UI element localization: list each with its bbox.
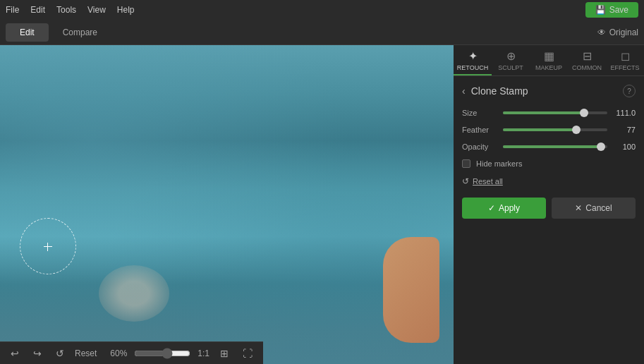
reset-label: Reset all xyxy=(473,177,503,186)
save-button[interactable]: 💾 Save xyxy=(585,2,638,18)
size-label: Size xyxy=(462,109,497,117)
makeup-icon: ▦ xyxy=(544,49,554,63)
feather-fill xyxy=(503,128,576,131)
common-icon: ⊟ xyxy=(583,49,592,63)
retouch-label: RETOUCH xyxy=(457,64,488,71)
cancel-button[interactable]: ✕ Cancel xyxy=(552,198,636,219)
clone-crosshair xyxy=(44,243,52,251)
x-icon: ✕ xyxy=(575,203,582,213)
action-buttons: ✓ Apply ✕ Cancel xyxy=(462,198,636,219)
save-label: Save xyxy=(609,5,628,15)
retouch-icon: ✦ xyxy=(468,49,478,63)
feather-slider-row: Feather 77 xyxy=(462,126,636,134)
opacity-label: Opacity xyxy=(462,142,497,151)
zoom-level: 60% xyxy=(110,348,127,358)
makeup-label: MAKEUP xyxy=(535,64,562,71)
menu-edit[interactable]: Edit xyxy=(30,5,45,15)
common-label: COMMON xyxy=(572,64,602,71)
menu-bar: File Edit Tools View Help 💾 Save xyxy=(0,0,644,20)
original-label: Original xyxy=(609,28,638,37)
redo-button[interactable]: ↪ xyxy=(30,346,45,360)
sculpt-icon: ⊕ xyxy=(506,49,516,63)
panel-title: Clone Stamp xyxy=(471,85,528,97)
reset-canvas-label: Reset xyxy=(75,348,97,358)
canvas-area[interactable]: ↩ ↪ ↺ Reset 60% 1:1 ⊞ ⛶ xyxy=(0,45,454,364)
tab-makeup[interactable]: ▦ MAKEUP xyxy=(530,45,568,75)
person-shape xyxy=(99,265,169,322)
panel-header: ‹ Clone Stamp ? xyxy=(462,85,636,97)
hide-markers-label: Hide markers xyxy=(476,159,522,168)
checkmark-icon: ✓ xyxy=(488,203,495,213)
save-icon: 💾 xyxy=(595,5,606,15)
arm-shape xyxy=(383,237,439,343)
apply-button[interactable]: ✓ Apply xyxy=(462,198,546,219)
opacity-track[interactable] xyxy=(503,145,607,148)
top-toolbar: Edit Compare 👁 Original xyxy=(0,20,644,45)
opacity-thumb[interactable] xyxy=(597,142,605,151)
reset-row[interactable]: ↺ Reset all xyxy=(462,176,636,186)
menu-help[interactable]: Help xyxy=(117,5,135,15)
tab-common[interactable]: ⊟ COMMON xyxy=(568,45,606,75)
effects-icon: ◻ xyxy=(621,49,630,63)
effects-label: EFFECTS xyxy=(610,64,639,71)
menu-file[interactable]: File xyxy=(6,5,19,15)
eye-icon: 👁 xyxy=(597,28,606,37)
panel-tab-bar: ✦ RETOUCH ⊕ SCULPT ▦ MAKEUP ⊟ COMMON ◻ E… xyxy=(454,45,644,76)
size-slider-row: Size 111.0 xyxy=(462,109,636,117)
tab-retouch[interactable]: ✦ RETOUCH xyxy=(454,45,492,75)
tab-compare[interactable]: Compare xyxy=(49,23,111,42)
tab-effects[interactable]: ◻ EFFECTS xyxy=(606,45,644,75)
back-button[interactable]: ‹ xyxy=(462,85,466,97)
ratio-display: 1:1 xyxy=(198,348,209,358)
opacity-fill xyxy=(503,145,601,148)
panel-content: ‹ Clone Stamp ? Size 111.0 Feather xyxy=(454,76,644,364)
main-layout: ↩ ↪ ↺ Reset 60% 1:1 ⊞ ⛶ ✦ RETOUCH ⊕ SCUL… xyxy=(0,45,644,364)
tab-edit[interactable]: Edit xyxy=(6,23,49,42)
undo-button[interactable]: ↩ xyxy=(7,346,23,360)
menu-tools[interactable]: Tools xyxy=(56,5,76,15)
reset-canvas-button[interactable]: ↺ xyxy=(52,346,68,360)
feather-value: 77 xyxy=(613,126,636,134)
fit-button[interactable]: ⊞ xyxy=(217,346,232,360)
opacity-slider-row: Opacity 100 xyxy=(462,142,636,151)
menu-view[interactable]: View xyxy=(87,5,106,15)
feather-label: Feather xyxy=(462,126,497,134)
right-panel: ✦ RETOUCH ⊕ SCULPT ▦ MAKEUP ⊟ COMMON ◻ E… xyxy=(454,45,644,364)
help-button[interactable]: ? xyxy=(623,85,636,97)
bottom-bar: ↩ ↪ ↺ Reset 60% 1:1 ⊞ ⛶ xyxy=(0,341,263,364)
zoom-slider[interactable] xyxy=(134,348,190,359)
opacity-value: 100 xyxy=(613,142,636,151)
size-fill xyxy=(503,111,584,114)
hide-markers-checkbox[interactable] xyxy=(462,159,470,168)
sculpt-label: SCULPT xyxy=(498,64,523,71)
original-toggle[interactable]: 👁 Original xyxy=(597,28,638,37)
tab-sculpt[interactable]: ⊕ SCULPT xyxy=(492,45,530,75)
feather-thumb[interactable] xyxy=(572,126,581,134)
fullscreen-button[interactable]: ⛶ xyxy=(239,346,256,360)
size-track[interactable] xyxy=(503,111,607,114)
cancel-label: Cancel xyxy=(585,203,612,213)
apply-label: Apply xyxy=(499,203,520,213)
size-thumb[interactable] xyxy=(580,109,588,117)
feather-track[interactable] xyxy=(503,128,607,131)
size-value: 111.0 xyxy=(613,109,636,117)
reset-icon: ↺ xyxy=(462,176,469,186)
hide-markers-row: Hide markers xyxy=(462,159,636,168)
